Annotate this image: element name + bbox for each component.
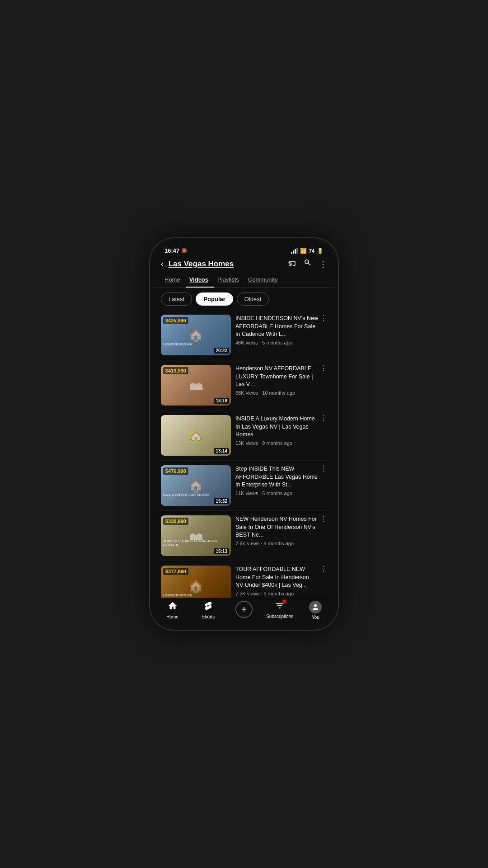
battery-level: 74 bbox=[309, 248, 314, 254]
header-actions: ⋮ bbox=[288, 259, 327, 269]
price-badge-2: $419,990 bbox=[163, 367, 188, 374]
channel-title: Las Vegas Homes bbox=[169, 259, 288, 269]
tab-playlists[interactable]: Playlists bbox=[214, 273, 244, 288]
svg-point-0 bbox=[314, 604, 317, 607]
nav-subscriptions[interactable]: Subscriptions bbox=[262, 601, 298, 620]
video-meta-5: 7.6K views · 9 months ago bbox=[235, 541, 327, 546]
tab-videos[interactable]: Videos bbox=[186, 273, 214, 288]
home-icon bbox=[168, 601, 178, 613]
video-info-4: Step INSIDE This NEW AFFORDABLE Las Vega… bbox=[235, 465, 327, 496]
video-title-4: Step INSIDE This NEW AFFORDABLE Las Vega… bbox=[235, 465, 318, 489]
video-thumbnail-1[interactable]: 🏠 HENDERSON NV $425,990 20:22 bbox=[161, 315, 231, 355]
table-row[interactable]: 🏘 $419,990 18:19 Henderson NV AFFORDABLE… bbox=[155, 360, 333, 410]
video-more-6[interactable]: ⋮ bbox=[320, 565, 327, 573]
price-badge-6: $377,990 bbox=[163, 568, 188, 575]
add-button[interactable]: + bbox=[235, 601, 253, 618]
duration-4: 15:32 bbox=[214, 498, 229, 504]
notification-dot bbox=[282, 599, 286, 603]
tab-community[interactable]: Community bbox=[244, 273, 283, 288]
video-more-1[interactable]: ⋮ bbox=[320, 314, 327, 322]
status-time: 16:47 🔕 bbox=[164, 247, 188, 254]
status-icons: 📶 74 🔋 bbox=[291, 248, 324, 254]
video-meta-2: 38K views · 10 months ago bbox=[235, 390, 327, 396]
video-info-1: INSIDE HENDERSON NV's New AFFORDABLE Hom… bbox=[235, 315, 327, 345]
video-list: 🏠 HENDERSON NV $425,990 20:22 INSIDE HEN… bbox=[155, 310, 333, 598]
status-bar: 16:47 🔕 📶 74 🔋 bbox=[155, 243, 333, 256]
video-thumbnail-5[interactable]: 🏘 JUNIPER TRAILS HENDERSON NEVADA $330,9… bbox=[161, 515, 231, 556]
price-badge-5: $330,990 bbox=[163, 518, 188, 525]
video-title-2: Henderson NV AFFORDABLE LUXURY Townhome … bbox=[235, 365, 318, 389]
video-meta-1: 46K views · 5 months ago bbox=[235, 340, 327, 345]
channel-tabs: Home Videos Playlists Community bbox=[155, 273, 333, 288]
video-meta-4: 11K views · 5 months ago bbox=[235, 491, 327, 496]
filter-latest[interactable]: Latest bbox=[161, 292, 192, 306]
nav-home-label: Home bbox=[166, 614, 178, 619]
price-badge-4: $476,990 bbox=[163, 467, 188, 475]
video-thumbnail-4[interactable]: 🏠 BUILD ENTER LAS VEGAS $476,990 15:32 bbox=[161, 465, 231, 506]
avatar bbox=[309, 601, 322, 613]
nav-you[interactable]: You bbox=[298, 601, 333, 620]
video-thumbnail-3[interactable]: 🏡 13:14 bbox=[161, 415, 231, 456]
video-title-5: NEW Henderson NV Homes For Sale In One O… bbox=[235, 515, 318, 539]
video-info-3: INSIDE A Luxury Modern Home In Las Vegas… bbox=[235, 415, 327, 446]
table-row[interactable]: 🏡 13:14 INSIDE A Luxury Modern Home In L… bbox=[155, 410, 333, 461]
duration-1: 20:22 bbox=[214, 348, 229, 354]
channel-header: ‹ Las Vegas Homes ⋮ bbox=[155, 256, 333, 273]
filter-bar: Latest Popular Oldest bbox=[155, 288, 333, 310]
video-meta-6: 7.3K views · 9 months ago bbox=[235, 591, 327, 596]
table-row[interactable]: 🏘 JUNIPER TRAILS HENDERSON NEVADA $330,9… bbox=[155, 511, 333, 561]
cast-icon[interactable] bbox=[288, 259, 296, 269]
shorts-icon bbox=[203, 601, 213, 613]
video-more-4[interactable]: ⋮ bbox=[320, 464, 327, 473]
video-title-3: INSIDE A Luxury Modern Home In Las Vegas… bbox=[235, 415, 318, 439]
video-title-1: INSIDE HENDERSON NV's New AFFORDABLE Hom… bbox=[235, 315, 318, 339]
video-info-6: TOUR AFFORDABLE NEW Home For Sale In Hen… bbox=[235, 566, 327, 596]
video-more-2[interactable]: ⋮ bbox=[320, 364, 327, 373]
table-row[interactable]: 🏠 HENDERSON NV $377,990 16:06 TOUR AFFOR… bbox=[155, 561, 333, 598]
duration-2: 18:19 bbox=[214, 398, 229, 404]
nav-shorts[interactable]: Shorts bbox=[190, 601, 226, 620]
more-options-icon[interactable]: ⋮ bbox=[319, 259, 327, 269]
video-thumbnail-2[interactable]: 🏘 $419,990 18:19 bbox=[161, 365, 231, 406]
nav-shorts-label: Shorts bbox=[202, 614, 215, 619]
video-info-5: NEW Henderson NV Homes For Sale In One O… bbox=[235, 515, 327, 546]
filter-oldest[interactable]: Oldest bbox=[237, 292, 269, 306]
nav-you-label: You bbox=[312, 615, 319, 620]
back-button[interactable]: ‹ bbox=[161, 259, 164, 269]
battery-icon: 🔋 bbox=[317, 248, 324, 254]
search-icon[interactable] bbox=[304, 259, 312, 269]
price-badge-1: $425,990 bbox=[163, 317, 188, 324]
bell-icon: 🔕 bbox=[181, 248, 188, 254]
subscriptions-icon-wrap bbox=[275, 601, 285, 613]
bottom-navigation: Home Shorts + bbox=[155, 598, 333, 625]
video-title-6: TOUR AFFORDABLE NEW Home For Sale In Hen… bbox=[235, 566, 318, 590]
nav-home[interactable]: Home bbox=[155, 601, 190, 620]
nav-add[interactable]: + bbox=[226, 601, 262, 620]
video-meta-3: 13K views · 9 months ago bbox=[235, 440, 327, 446]
video-thumbnail-6[interactable]: 🏠 HENDERSON NV $377,990 16:06 bbox=[161, 566, 231, 598]
duration-5: 15:13 bbox=[214, 548, 229, 554]
table-row[interactable]: 🏠 BUILD ENTER LAS VEGAS $476,990 15:32 S… bbox=[155, 461, 333, 511]
nav-subscriptions-label: Subscriptions bbox=[266, 614, 293, 619]
filter-popular[interactable]: Popular bbox=[196, 292, 233, 306]
video-more-3[interactable]: ⋮ bbox=[320, 414, 327, 423]
plus-icon: + bbox=[241, 604, 247, 615]
table-row[interactable]: 🏠 HENDERSON NV $425,990 20:22 INSIDE HEN… bbox=[155, 310, 333, 360]
signal-icon bbox=[291, 248, 298, 254]
tab-home[interactable]: Home bbox=[161, 273, 186, 288]
video-more-5[interactable]: ⋮ bbox=[320, 514, 327, 523]
wifi-icon: 📶 bbox=[300, 248, 307, 254]
video-info-2: Henderson NV AFFORDABLE LUXURY Townhome … bbox=[235, 365, 327, 396]
duration-3: 13:14 bbox=[214, 448, 229, 454]
